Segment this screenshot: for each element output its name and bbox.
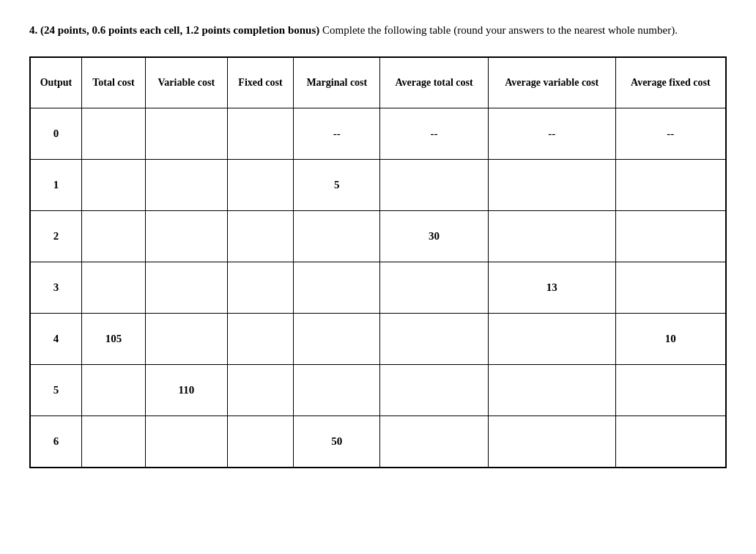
cell-avg-variable-cost: 13 [488,262,615,314]
question-label-bold: 4. (24 points, 0.6 points each cell, 1.2… [29,24,319,36]
cell-variable-cost: 110 [145,365,227,416]
cell-fixed-cost [227,262,293,314]
cell-avg-variable-cost [488,160,615,211]
cell-marginal-cost: -- [294,108,380,160]
table-wrapper: Output Total cost Variable cost Fixed co… [29,56,727,468]
cell-output: 1 [30,160,81,211]
cell-avg-variable-cost [488,314,615,365]
header-avg-variable-cost: Average variable cost [488,57,615,108]
cell-total-cost [81,365,145,416]
cell-fixed-cost [227,365,293,416]
cell-avg-variable-cost [488,365,615,416]
cell-total-cost [81,416,145,468]
cell-total-cost [81,262,145,314]
cell-avg-total-cost [380,314,488,365]
cell-marginal-cost [294,262,380,314]
header-total-cost: Total cost [81,57,145,108]
cell-output: 3 [30,262,81,314]
cell-avg-fixed-cost [615,160,726,211]
cell-fixed-cost [227,211,293,262]
table-row: 410510 [30,314,726,365]
cell-output: 5 [30,365,81,416]
cell-variable-cost [145,211,227,262]
cell-marginal-cost: 5 [294,160,380,211]
cell-avg-total-cost [380,262,488,314]
cell-variable-cost [145,262,227,314]
cell-marginal-cost [294,314,380,365]
cell-variable-cost [145,160,227,211]
table-header-row: Output Total cost Variable cost Fixed co… [30,57,726,108]
question-block: 4. (24 points, 0.6 points each cell, 1.2… [29,22,727,39]
header-avg-total-cost: Average total cost [380,57,488,108]
cell-marginal-cost: 50 [294,416,380,468]
cell-avg-total-cost: 30 [380,211,488,262]
table-row: 650 [30,416,726,468]
header-fixed-cost: Fixed cost [227,57,293,108]
cell-avg-variable-cost [488,416,615,468]
table-row: 313 [30,262,726,314]
cell-output: 2 [30,211,81,262]
cell-avg-total-cost [380,365,488,416]
cell-variable-cost [145,416,227,468]
cell-output: 6 [30,416,81,468]
cell-marginal-cost [294,365,380,416]
cell-avg-total-cost [380,416,488,468]
cell-output: 4 [30,314,81,365]
header-variable-cost: Variable cost [145,57,227,108]
table-row: 5110 [30,365,726,416]
table-row: 230 [30,211,726,262]
header-output: Output [30,57,81,108]
cell-variable-cost [145,314,227,365]
cell-avg-total-cost: -- [380,108,488,160]
cell-avg-fixed-cost [615,211,726,262]
economics-table: Output Total cost Variable cost Fixed co… [29,56,727,468]
table-row: 0-------- [30,108,726,160]
cell-marginal-cost [294,211,380,262]
cell-avg-variable-cost: -- [488,108,615,160]
cell-avg-fixed-cost: 10 [615,314,726,365]
cell-fixed-cost [227,108,293,160]
header-marginal-cost: Marginal cost [294,57,380,108]
cell-avg-total-cost [380,160,488,211]
cell-total-cost [81,108,145,160]
cell-variable-cost [145,108,227,160]
question-description: Complete the following table (round your… [319,24,678,36]
cell-fixed-cost [227,160,293,211]
cell-output: 0 [30,108,81,160]
header-avg-fixed-cost: Average fixed cost [615,57,726,108]
cell-avg-variable-cost [488,211,615,262]
cell-avg-fixed-cost [615,262,726,314]
cell-total-cost [81,211,145,262]
cell-total-cost: 105 [81,314,145,365]
cell-total-cost [81,160,145,211]
table-row: 15 [30,160,726,211]
cell-avg-fixed-cost: -- [615,108,726,160]
cell-avg-fixed-cost [615,416,726,468]
cell-fixed-cost [227,416,293,468]
cell-avg-fixed-cost [615,365,726,416]
cell-fixed-cost [227,314,293,365]
